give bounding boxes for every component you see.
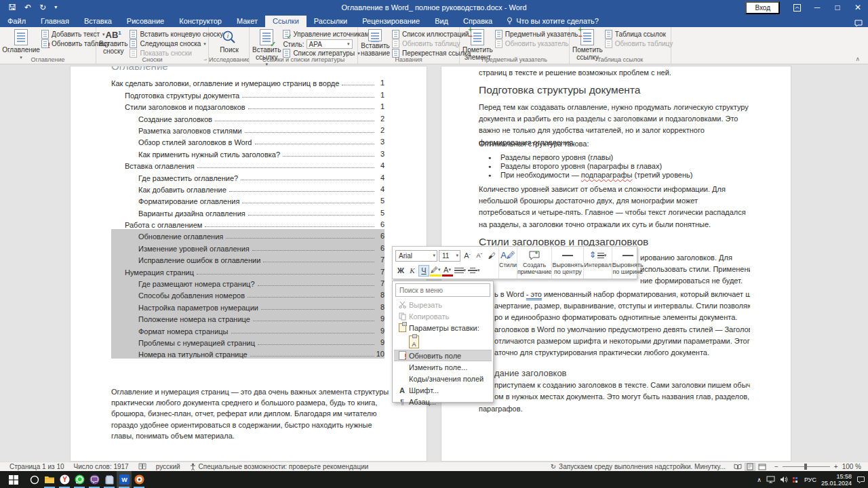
numbered-list-button[interactable]: ▾ <box>467 265 481 277</box>
toc-entry[interactable]: Обзор стилей заголовков в Word3 <box>111 135 384 146</box>
tab-справка[interactable]: Справка <box>456 16 500 27</box>
menu-item-обновить-поле[interactable]: !Обновить поле <box>394 350 492 361</box>
taskbar-word-icon[interactable]: W <box>117 471 132 488</box>
restore-button[interactable]: □ <box>827 0 848 15</box>
toc-entry[interactable]: Настройка параметров нумерации8 <box>111 300 384 311</box>
minimize-button[interactable]: ─ <box>807 0 827 15</box>
word-count[interactable]: Число слов: 1917 <box>74 463 129 470</box>
toc-entry[interactable]: Изменение уровней оглавления6 <box>111 241 384 252</box>
ribbon-display-options-icon[interactable] <box>787 0 807 15</box>
input-indicator-icon[interactable] <box>793 476 800 483</box>
bullet-list-button[interactable]: ▾ <box>454 265 467 277</box>
toc-entry[interactable]: Варианты дизайна оглавления5 <box>111 205 384 217</box>
zoom-slider[interactable] <box>783 466 830 467</box>
ribbon-button-вставить-сноску[interactable]: АВ1Вставить сноску <box>99 28 127 55</box>
dialog-launcher-icon[interactable]: ⌐ <box>203 57 207 63</box>
ribbon-button-пометить-элемент[interactable]: +−Пометить элемент <box>462 28 493 55</box>
toc-entry[interactable]: Как применить нужный стиль заголовка?3 <box>111 146 384 158</box>
toc-entry[interactable]: Формат номера страницы9 <box>111 323 384 335</box>
page-left[interactable]: Оглавление Как сделать заголовки, оглавл… <box>70 66 427 462</box>
toc-entry[interactable]: Разметка заголовков стилями2 <box>111 123 384 135</box>
ribbon-button-пометить-ссылку[interactable]: +−Пометить ссылку <box>572 28 603 55</box>
tab-вставка[interactable]: Вставка <box>77 16 119 27</box>
volume-icon[interactable] <box>780 476 788 483</box>
toc-entry[interactable]: Подготовка структуры документа1 <box>111 87 384 99</box>
toc-entry[interactable]: Как добавить оглавление4 <box>111 182 384 194</box>
tell-me-box[interactable]: Что вы хотите сделать? <box>500 16 606 27</box>
zoom-in-icon[interactable]: + <box>834 463 838 470</box>
shrink-font-button[interactable]: Aˇ <box>474 250 485 262</box>
tab-главная[interactable]: Главная <box>33 16 77 27</box>
tab-рисование[interactable]: Рисование <box>119 16 172 27</box>
tray-chevron-icon[interactable]: ∧ <box>757 476 762 483</box>
menu-item-шрифт-[interactable]: АШрифт... <box>394 384 492 396</box>
toc-entry[interactable]: Обновление оглавления6 <box>111 229 384 241</box>
toc-entry[interactable]: Исправление ошибок в оглавлении7 <box>111 253 384 264</box>
undo-icon[interactable]: ↶ <box>24 3 31 12</box>
keyboard-language[interactable]: РУС <box>804 476 816 483</box>
tab-макет[interactable]: Макет <box>229 16 265 27</box>
menu-item-изменить-поле-[interactable]: Изменить поле... <box>394 361 492 373</box>
font-name-select[interactable]: Arial▾ <box>395 250 437 262</box>
taskbar-security-app-icon[interactable] <box>132 471 146 488</box>
taskbar-yandex-browser-icon[interactable]: Y <box>57 471 72 488</box>
taskbar-explorer-icon[interactable] <box>42 471 57 488</box>
toc-entry[interactable]: Вставка оглавления4 <box>111 159 384 170</box>
ribbon-button-вставить-ссылку[interactable]: ✓Вставить ссылку▾ <box>252 28 281 55</box>
zoom-out-icon[interactable]: − <box>774 463 778 470</box>
proofing-icon[interactable] <box>138 463 146 470</box>
read-mode-icon[interactable] <box>732 463 743 471</box>
tab-вид[interactable]: Вид <box>427 16 456 27</box>
toc-entry[interactable]: Где размещают номера страниц?7 <box>111 277 384 288</box>
tab-ссылки[interactable]: Ссылки <box>265 16 307 27</box>
print-layout-icon[interactable] <box>745 463 755 471</box>
ribbon-button-вставить-название[interactable]: Вставить название <box>361 28 390 55</box>
toc-entry[interactable]: Стили заголовков и подзаголовков1 <box>111 100 384 111</box>
justify-button[interactable]: Выровнять по ширине <box>612 247 644 279</box>
style-value-select[interactable]: APA▾ <box>307 39 353 49</box>
taskbar-whatsapp-icon[interactable] <box>72 471 87 488</box>
align-center-button[interactable]: Выровнять по центру <box>551 247 583 279</box>
bold-button[interactable]: Ж <box>395 265 406 277</box>
underline-button[interactable]: Ч <box>418 265 429 277</box>
save-icon[interactable]: 🖫 <box>8 3 16 12</box>
page-indicator[interactable]: Страница 1 из 10 <box>9 463 64 470</box>
toc-entry[interactable]: Где разместить оглавление?4 <box>111 170 384 182</box>
taskbar-search-icon[interactable] <box>27 471 42 488</box>
ribbon-button-таблица-ссылок[interactable]: Таблица ссылок <box>605 30 673 39</box>
ribbon-button-предметный-указатель[interactable]: Предметный указатель <box>495 30 578 39</box>
toc-entry[interactable]: Способы добавления номеров8 <box>111 288 384 300</box>
highlight-color-button[interactable]: 🖉▾ <box>430 265 441 277</box>
new-comment-button[interactable]: Создать примечание <box>517 247 552 279</box>
ribbon-button-поиск[interactable]: iПоиск <box>212 28 247 55</box>
close-button[interactable]: ✕ <box>848 0 868 15</box>
menu-item-коды-значения-полей[interactable]: Коды/значения полей <box>394 373 492 384</box>
ribbon-button-список-иллюстраций[interactable]: Список иллюстраций <box>392 30 471 39</box>
toc-entry[interactable]: Нумерация страниц7 <box>111 264 384 276</box>
taskbar-notes-icon[interactable] <box>102 471 117 488</box>
font-size-select[interactable]: 11▾ <box>439 250 460 262</box>
clock[interactable]: 15:58 25.01.2024 <box>821 473 852 487</box>
accessibility-status[interactable]: Специальные возможности: проверьте реком… <box>190 463 369 470</box>
toc-entry[interactable]: Форматирование оглавления5 <box>111 194 384 205</box>
toc-entry[interactable]: Работа с оглавлением6 <box>111 218 384 229</box>
language-indicator[interactable]: русский <box>156 463 180 470</box>
tab-рассылки[interactable]: Рассылки <box>307 16 355 27</box>
paste-option-button[interactable]: A <box>394 333 492 350</box>
grow-font-button[interactable]: Aˆ <box>462 250 473 262</box>
menu-item-абзац-[interactable]: ¶Абзац... <box>394 396 492 407</box>
toc-entry[interactable]: Проблемы с нумерацией страниц9 <box>111 336 384 347</box>
zoom-level[interactable]: 100 % <box>842 463 861 470</box>
toc-entry[interactable]: Создание заголовков2 <box>111 111 384 123</box>
toc-entry[interactable]: Номера на титульной странице10 <box>111 347 384 359</box>
web-layout-icon[interactable] <box>757 463 768 471</box>
customize-qat-icon[interactable]: ▾ <box>54 5 57 10</box>
font-color-button[interactable]: А▾ <box>442 265 453 277</box>
feedback-icon[interactable] <box>854 20 863 27</box>
format-painter-icon[interactable]: 🖌 <box>486 250 497 262</box>
ribbon-button-оглавление[interactable]: Оглавление▾ <box>3 28 39 55</box>
pc-network-icon[interactable] <box>766 476 775 483</box>
line-spacing-button[interactable]: ⇕▾ Интервал <box>583 247 611 279</box>
toc-entry[interactable]: Положение номера на странице9 <box>111 312 384 323</box>
tab-рецензирование[interactable]: Рецензирование <box>355 16 427 27</box>
